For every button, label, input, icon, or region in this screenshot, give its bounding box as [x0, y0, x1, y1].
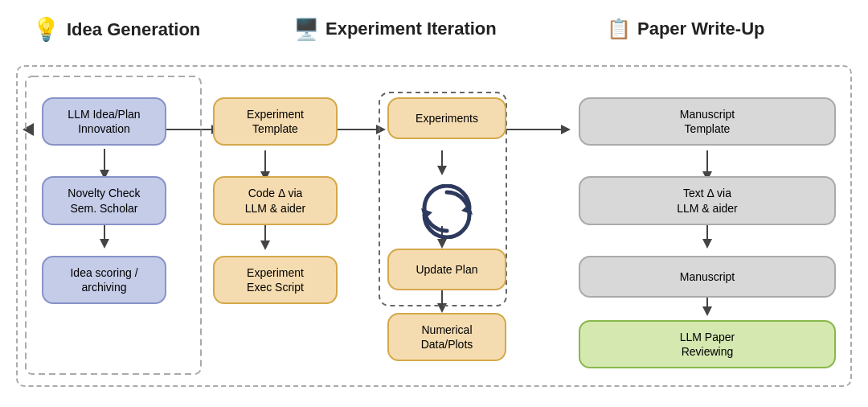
- paper-icon: 📋: [607, 19, 631, 39]
- svg-marker-13: [437, 166, 447, 175]
- experiment-iteration-title: Experiment Iteration: [326, 18, 497, 39]
- idea-flow: LLM Idea/Plan Innovation Novelty Check S…: [42, 97, 166, 304]
- paper-flow: Manuscript Template Text Δ viaLLM & aide…: [571, 97, 844, 368]
- idea-generation-header: 💡 Idea Generation: [32, 18, 200, 41]
- paper-writeup-title: Paper Write-Up: [637, 18, 765, 39]
- manuscript-template-box: Manuscript Template: [579, 97, 836, 146]
- lightbulb-icon: 💡: [32, 18, 60, 41]
- svg-marker-19: [561, 125, 571, 134]
- update-plan-box: Update Plan: [387, 249, 506, 290]
- experiment-template-box: Experiment Template: [213, 97, 338, 146]
- paper-writeup-header: 📋 Paper Write-Up: [607, 18, 765, 39]
- numerical-data-box: NumericalData/Plots: [387, 313, 506, 361]
- svg-marker-15: [437, 239, 447, 249]
- experiment-code-box: Code Δ viaLLM & aider: [213, 176, 338, 224]
- experiment-iteration-header: 🖥️ Experiment Iteration: [293, 18, 497, 39]
- experiment-flow: Experiment Template Code Δ viaLLM & aide…: [213, 97, 338, 304]
- experiments-box: Experiments: [387, 97, 506, 139]
- gpu-icon: 🖥️: [293, 18, 319, 39]
- main-diagram: 💡 Idea Generation 🖥️ Experiment Iteratio…: [8, 10, 860, 397]
- text-delta-box: Text Δ viaLLM & aider: [579, 176, 836, 224]
- cycle-svg: [415, 184, 479, 239]
- svg-marker-17: [437, 303, 447, 313]
- svg-marker-11: [376, 125, 386, 134]
- cycle-icon-area: [400, 183, 493, 240]
- manuscript-box: Manuscript: [579, 256, 836, 298]
- experiment-exec-box: Experiment Exec Script: [213, 256, 338, 304]
- entry-arrow: [23, 123, 34, 136]
- idea-llm-box: LLM Idea/Plan Innovation: [42, 97, 166, 146]
- idea-novelty-box: Novelty Check Sem. Scholar: [42, 176, 166, 224]
- idea-generation-title: Idea Generation: [67, 19, 200, 40]
- idea-scoring-box: Idea scoring / archiving: [42, 256, 166, 304]
- llm-paper-reviewing-box: LLM Paper Reviewing: [579, 320, 836, 368]
